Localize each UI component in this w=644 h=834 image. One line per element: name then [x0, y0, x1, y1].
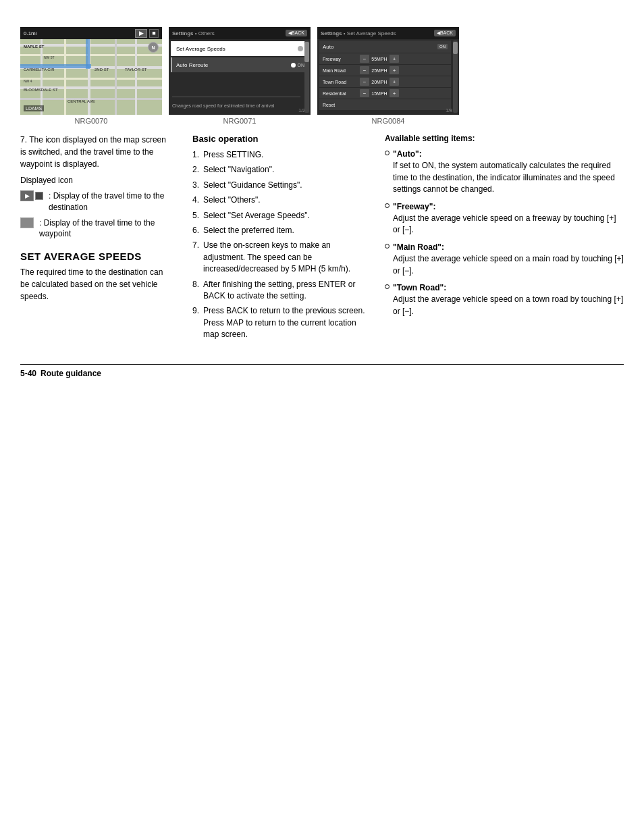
basic-operation-title: Basic operation	[192, 134, 368, 144]
speeds-mainroad-row: Main Road − 25MPH +	[319, 65, 451, 76]
speeds-reset-row: Reset	[319, 99, 451, 110]
bullet-content-freeway: "Freeway": Adjust the average vehicle sp…	[393, 201, 624, 236]
main-content: 7. The icon displayed on the map screen …	[20, 128, 624, 344]
bullet-content-auto: "Auto": If set to ON, the system automat…	[393, 149, 624, 196]
icon1-description: : Display of the travel time to the dest…	[49, 190, 172, 213]
footer-page-num: 5-40	[20, 369, 36, 378]
screenshot-label-nrg0084: NRG0084	[372, 117, 405, 125]
displayed-icon-label: Displayed icon	[20, 174, 172, 186]
screenshot-speeds: Settings • Set Average Speeds ◀BACK Auto…	[317, 27, 459, 115]
screenshot-label-nrg0071: NRG0071	[223, 117, 257, 125]
screenshot-settings: Settings • Others ◀BACK Set Average Spee…	[169, 27, 311, 115]
bullet-content-townroad: "Town Road": Adjust the average vehicle …	[393, 282, 624, 317]
speeds-header-title: Settings • Set Average Speeds	[321, 30, 396, 36]
step-7: 7. Use the on-screen keys to make an adj…	[192, 240, 368, 275]
point7-section: 7. The icon displayed on the map screen …	[20, 134, 172, 240]
flag-icon	[35, 192, 43, 200]
step-1: 1. Press SETTING.	[192, 149, 368, 161]
point7-text: 7. The icon displayed on the map screen …	[20, 134, 172, 170]
screenshot-label-nrg0070: NRG0070	[75, 117, 108, 125]
step-5: 5. Select "Set Average Speeds".	[192, 210, 368, 221]
footer-section-name: Route guidance	[41, 369, 101, 378]
page-footer: 5-40 Route guidance	[20, 364, 624, 378]
settings-item-auto-reroute: Auto Reroute ON	[171, 57, 308, 72]
steps-list: 1. Press SETTING. 2. Select "Navigation"…	[192, 149, 368, 340]
step-2: 2. Select "Navigation".	[192, 164, 368, 176]
right-column: Available setting items: "Auto": If set …	[378, 128, 624, 344]
bullet-circle-freeway	[385, 203, 390, 208]
set-average-speeds-section: SET AVERAGE SPEEDS The required time to …	[20, 251, 172, 303]
step-3: 3. Select "Guidance Settings".	[192, 180, 368, 191]
step-8: 8. After finishing the setting, press EN…	[192, 279, 368, 303]
available-title: Available setting items:	[385, 134, 624, 143]
icon2-display: : Display of the travel time to the wayp…	[20, 217, 172, 240]
screenshot-map-container: MAPLE ST NW 5T CARMELITA CIR 2ND ST TAYL…	[20, 27, 162, 125]
bullet-auto: "Auto": If set to ON, the system automat…	[385, 149, 624, 196]
waypoint-icon	[20, 217, 34, 228]
screenshot-settings-container: Settings • Others ◀BACK Set Average Spee…	[169, 27, 311, 125]
bullet-circle-townroad	[385, 284, 390, 289]
middle-column: Basic operation 1. Press SETTING. 2. Sel…	[182, 128, 378, 344]
section-title-set-average: SET AVERAGE SPEEDS	[20, 251, 172, 262]
step-4: 4. Select "Others".	[192, 194, 368, 206]
bullet-circle-auto	[385, 151, 390, 155]
icon1-display: ▶ : Display of the travel time to the de…	[20, 190, 172, 213]
bullet-freeway: "Freeway": Adjust the average vehicle sp…	[385, 201, 624, 236]
speeds-townroad-row: Town Road − 20MPH +	[319, 76, 451, 87]
bullet-circle-mainroad	[385, 244, 390, 249]
speeds-auto-row: Auto ON	[319, 41, 451, 53]
settings-item-set-average: Set Average Speeds	[171, 41, 308, 56]
bullet-mainroad: "Main Road": Adjust the average vehicle …	[385, 242, 624, 277]
available-settings-section: Available setting items: "Auto": If set …	[385, 134, 624, 317]
settings-header-title: Settings • Others	[172, 30, 215, 36]
map-screenshot: MAPLE ST NW 5T CARMELITA CIR 2ND ST TAYL…	[20, 27, 162, 115]
left-column: 7. The icon displayed on the map screen …	[20, 128, 182, 344]
step-6: 6. Select the preferred item.	[192, 225, 368, 236]
bullet-content-mainroad: "Main Road": Adjust the average vehicle …	[393, 242, 624, 277]
page-content: MAPLE ST NW 5T CARMELITA CIR 2ND ST TAYL…	[20, 14, 624, 378]
icon2-description: : Display of the travel time to the wayp…	[39, 217, 172, 240]
section-body-set-average: The required time to the destination can…	[20, 266, 172, 303]
speeds-back-btn: ◀BACK	[434, 30, 456, 36]
settings-back-btn: ◀BACK	[286, 30, 307, 36]
screenshot-speeds-container: Settings • Set Average Speeds ◀BACK Auto…	[317, 27, 459, 125]
basic-operation-section: Basic operation 1. Press SETTING. 2. Sel…	[192, 134, 368, 340]
destination-icon: ▶	[20, 190, 34, 201]
screenshots-row: MAPLE ST NW 5T CARMELITA CIR 2ND ST TAYL…	[20, 27, 624, 128]
bullet-townroad: "Town Road": Adjust the average vehicle …	[385, 282, 624, 317]
speeds-freeway-row: Freeway − 55MPH +	[319, 53, 451, 64]
step-9: 9. Press BACK to return to the previous …	[192, 305, 368, 340]
speeds-residential-row: Residential − 15MPH +	[319, 88, 451, 99]
